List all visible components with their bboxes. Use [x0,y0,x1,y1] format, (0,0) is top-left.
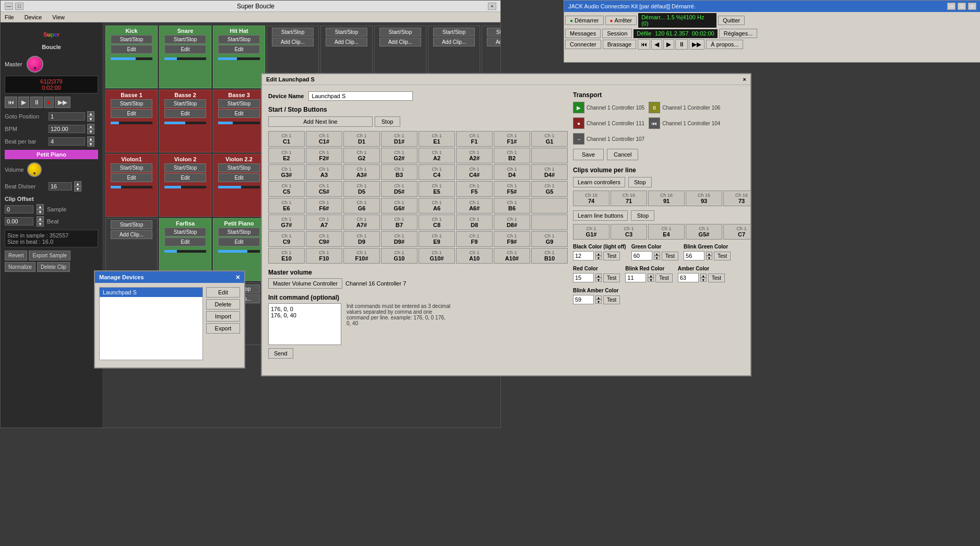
beat-diviser-down[interactable]: ▼ [74,186,81,192]
midi-c1[interactable]: Ch 1C1 [268,131,305,147]
beat-per-bar-input[interactable] [49,137,85,146]
midi-a6[interactable]: Ch 1A6 [419,198,455,213]
blink-red-up[interactable]: ▲ [648,274,654,278]
midi-e2[interactable]: Ch 1E2 [268,148,305,163]
offset-sample-up[interactable]: ▲ [37,204,44,209]
petit-piano-start-stop[interactable]: Start/Stop [218,228,260,236]
empty2-start-stop[interactable]: Start/Stop [326,28,367,37]
bpm-down[interactable]: ▼ [87,129,94,134]
jack-reglages-btn[interactable]: Réglages... [719,29,758,38]
jack-connecter-btn[interactable]: Connecter [565,40,601,49]
main-maximize[interactable]: □ [15,3,23,10]
empty3-add-clip[interactable]: Add Clip... [379,38,421,46]
midi-g6s[interactable]: Ch 1G6# [381,198,417,213]
farfisa-edit[interactable]: Edit [164,238,206,246]
blink-red-test-btn[interactable]: Test [655,274,672,282]
kick-start-stop[interactable]: Start/Stop [111,35,152,44]
offset-beat-input[interactable] [5,217,33,225]
violon1-start-stop[interactable]: Start/Stop [111,163,152,172]
jack-pause-btn[interactable]: ⏸ [675,39,688,50]
trans-rewind[interactable]: ⏮ [5,97,17,108]
midi-a3[interactable]: Ch 1A3 [306,164,342,180]
midi-e1[interactable]: Ch 1E1 [419,131,455,147]
empty5-start-stop[interactable]: Start/Stop [487,28,500,37]
midi-f6s[interactable]: Ch 1F6# [306,198,342,213]
midi-g2[interactable]: Ch 1G2 [343,148,380,163]
jack-back-btn[interactable]: ◀ [651,39,662,50]
amber-test-btn[interactable]: Test [708,274,725,282]
blink-green-down[interactable]: ▼ [706,256,712,260]
empty4-add-clip[interactable]: Add Clip... [433,38,475,46]
basse1-edit[interactable]: Edit [111,109,152,118]
black-color-down[interactable]: ▼ [595,256,602,260]
midi-c4s[interactable]: Ch 1C4# [456,164,493,180]
green-color-down[interactable]: ▼ [654,256,660,260]
trans-play[interactable]: ▶ [18,97,29,108]
midi-d5s[interactable]: Ch 1D5# [381,181,417,197]
midi-c9[interactable]: Ch 1C9 [268,231,305,247]
red-color-down[interactable]: ▼ [595,278,602,282]
beat-diviser-input[interactable] [49,182,72,191]
midi-f5s[interactable]: Ch 1F5# [494,181,530,197]
jack-maximize[interactable]: □ [958,3,966,10]
midi-d9[interactable]: Ch 1D9 [343,231,380,247]
violon1-edit[interactable]: Edit [111,173,152,182]
black-color-up[interactable]: ▲ [595,252,602,256]
red-color-input[interactable] [573,273,594,282]
midi-f9[interactable]: Ch 1F9 [456,231,493,247]
midi-c5[interactable]: Ch 1C5 [268,181,305,197]
petit-piano-edit[interactable]: Edit [218,238,260,246]
device-name-input[interactable] [308,91,413,101]
violon22-edit[interactable]: Edit [218,173,260,182]
r4-empty1-add-clip[interactable]: Add Clip... [111,230,152,239]
jack-brassage-btn[interactable]: Brassage [603,40,636,49]
device-item-launchpad[interactable]: Launchpad S [100,288,202,297]
midi-f1[interactable]: Ch 1F1 [456,131,493,147]
midi-g7s[interactable]: Ch 1G7# [268,215,305,230]
blink-green-test-btn[interactable]: Test [714,252,731,260]
midi-b3[interactable]: Ch 1B3 [381,164,417,180]
main-close[interactable]: × [488,3,496,10]
midi-d4[interactable]: Ch 1D4 [494,164,530,180]
black-test-btn[interactable]: Test [603,252,620,260]
revert-btn[interactable]: Revert [5,251,27,260]
empty5-add-clip[interactable]: Add Clip... [487,38,500,46]
goto-up[interactable]: ▲ [87,111,94,116]
cancel-btn[interactable]: Cancel [607,149,638,160]
offset-sample-input[interactable] [5,205,33,213]
export-sample-btn[interactable]: Export Sample [29,251,70,260]
empty1-add-clip[interactable]: Add Clip... [272,38,314,46]
midi-a2s[interactable]: Ch 1A2# [456,148,493,163]
jack-forward-btn[interactable]: ▶▶ [689,39,704,50]
red-color-up[interactable]: ▲ [595,274,602,278]
amber-color-down[interactable]: ▼ [700,278,707,282]
jack-demarrer-btn[interactable]: Démarrer [565,16,604,25]
jack-arreter-btn[interactable]: Arrêter [605,16,637,25]
midi-g5[interactable]: Ch 1G5 [531,181,568,197]
midi-a6s[interactable]: Ch 1A6# [456,198,493,213]
add-next-line-btn[interactable]: Add Next line [268,116,373,127]
midi-g9[interactable]: Ch 1G9 [531,231,568,247]
beat-diviser-up[interactable]: ▲ [74,181,81,186]
basse3-edit[interactable]: Edit [218,109,260,118]
midi-e10[interactable]: Ch 1E10 [268,248,305,264]
farfisa-start-stop[interactable]: Start/Stop [164,228,206,236]
green-color-up[interactable]: ▲ [654,252,660,256]
midi-c1s[interactable]: Ch 1C1# [306,131,342,147]
bpm-up[interactable]: ▲ [87,124,94,129]
midi-d4s[interactable]: Ch 1D4# [531,164,568,180]
midi-g1[interactable]: Ch 1G1 [531,131,568,147]
edit-launchpad-close[interactable]: × [743,76,746,82]
amber-color-input[interactable] [678,273,699,282]
midi-f10s[interactable]: Ch 1F10# [343,248,380,264]
midi-g6[interactable]: Ch 1G6 [343,198,380,213]
midi-a10s[interactable]: Ch 1A10# [494,248,530,264]
midi-g10[interactable]: Ch 1G10 [381,248,417,264]
save-btn[interactable]: Save [573,149,604,160]
midi-f2s[interactable]: Ch 1F2# [306,148,342,163]
blink-amber-down[interactable]: ▼ [595,300,602,304]
menu-view[interactable]: View [50,13,67,21]
send-btn[interactable]: Send [268,348,293,359]
green-test-btn[interactable]: Test [662,252,678,260]
jack-minimize[interactable]: — [947,3,955,10]
